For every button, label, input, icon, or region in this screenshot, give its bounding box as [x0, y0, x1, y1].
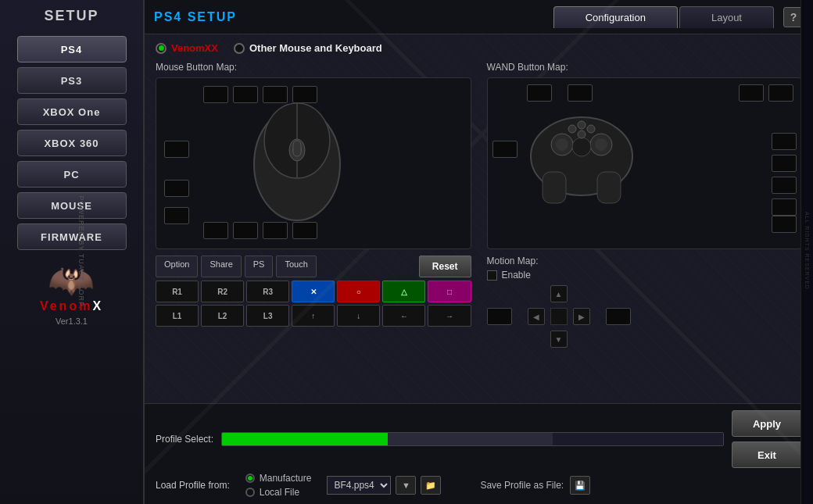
sidebar-btn-ps4[interactable]: PS4 [17, 36, 127, 63]
wand-map-col: WAND Button Map: [487, 62, 803, 395]
radio-venomx-dot [156, 43, 167, 54]
mouse-area [156, 77, 471, 249]
btn-x[interactable]: ✕ [292, 281, 335, 302]
profile-row: Profile Select: Apply Exit Load Profile … [145, 403, 813, 504]
radio-venomx[interactable]: VenomXX [156, 42, 218, 54]
mouse-btn-top1[interactable] [203, 86, 228, 103]
sidebar-btn-xbox-360[interactable]: XBOX 360 [17, 130, 127, 156]
map-columns: Mouse Button Map: [156, 62, 802, 395]
folder-browse-btn[interactable]: 📁 [421, 476, 441, 495]
motion-right-btn[interactable] [606, 308, 631, 325]
radio-venomx-label: VenomXX [171, 42, 218, 54]
profile-bar-right [553, 433, 723, 445]
tab-bar: Configuration Layout [553, 6, 774, 28]
wand-btn-r1[interactable] [772, 133, 797, 150]
mouse-btn-left3[interactable] [164, 207, 189, 224]
manufacture-label: Manufacture [260, 473, 312, 484]
page-title: PS4 SETUP [154, 10, 237, 24]
wand-btn-rt1[interactable] [739, 84, 764, 102]
dpad-right[interactable]: ▶ [573, 308, 590, 325]
dropdown-arrow-btn[interactable]: ▼ [396, 476, 416, 495]
svg-rect-5 [293, 141, 301, 156]
dpad-down[interactable]: ▼ [550, 331, 568, 348]
wand-btn-r4[interactable] [772, 198, 797, 216]
sidebar-logo: 🦇 VenomX Ver1.3.1 [40, 262, 103, 326]
wand-svg [503, 86, 660, 211]
mouse-btn-left2[interactable] [164, 180, 189, 197]
svg-point-11 [556, 138, 568, 151]
wand-area [487, 77, 803, 249]
motion-left-btn[interactable] [487, 308, 512, 325]
save-icon-btn[interactable]: 💾 [570, 476, 590, 495]
btn-up[interactable]: ↑ [292, 305, 335, 327]
btn-triangle[interactable]: △ [382, 281, 425, 302]
motion-enable-row: Enable [487, 270, 803, 281]
radio-local-file[interactable]: Local File [245, 487, 312, 498]
content-area: VenomXX Other Mouse and Keyboard Mouse B… [145, 34, 813, 403]
radio-manufacture-dot [245, 474, 255, 483]
sidebar-btn-xbox-one[interactable]: XBOX One [17, 98, 127, 125]
btn-r2[interactable]: R2 [201, 281, 244, 302]
btn-r3[interactable]: R3 [246, 281, 289, 302]
wand-btn-rt2[interactable] [768, 84, 793, 102]
exit-button[interactable]: Exit [732, 441, 802, 468]
ctrl-tab-ps[interactable]: PS [245, 256, 274, 277]
radio-manufacture[interactable]: Manufacture [245, 473, 312, 484]
dpad-up[interactable]: ▲ [550, 285, 568, 302]
file-dropdown[interactable]: BF4.pps4 [327, 476, 391, 495]
btn-l2[interactable]: L2 [201, 305, 244, 327]
svg-rect-8 [597, 172, 621, 203]
right-edge-label: ALL RIGHTS RESERVED. [804, 212, 810, 292]
dpad-center [550, 308, 568, 325]
sidebar-btn-pc[interactable]: PC [17, 161, 127, 188]
wand-btn-br[interactable] [772, 216, 797, 233]
btn-down[interactable]: ↓ [337, 305, 380, 327]
btn-l1[interactable]: L1 [156, 305, 199, 327]
sidebar-btn-mouse[interactable]: MOUSE [17, 192, 127, 219]
sidebar-btn-firmware[interactable]: FIRMWARE [17, 223, 127, 250]
tab-layout[interactable]: Layout [679, 6, 774, 28]
btn-l3[interactable]: L3 [246, 305, 289, 327]
mouse-map-col: Mouse Button Map: [156, 62, 471, 395]
wand-btn-r2[interactable] [772, 155, 797, 172]
profile-bar-mid [388, 433, 553, 445]
apply-button[interactable]: Apply [732, 410, 802, 437]
version-label: Ver1.3.1 [56, 316, 88, 326]
left-btn-col [164, 141, 189, 158]
mouse-map-title: Mouse Button Map: [156, 62, 471, 73]
sidebar-btn-ps3[interactable]: PS3 [17, 67, 127, 94]
profile-select-row: Profile Select: Apply Exit [156, 410, 802, 468]
ctrl-tab-share[interactable]: Share [201, 256, 241, 277]
btn-r1[interactable]: R1 [156, 281, 199, 302]
save-row: Save Profile as File: 💾 [480, 476, 590, 495]
wand-btn-r3[interactable] [772, 177, 797, 194]
reset-button[interactable]: Reset [419, 256, 471, 277]
motion-dpad-area: ▲ ◀ ▶ ▼ [487, 285, 803, 348]
btn-left[interactable]: ← [382, 305, 425, 327]
ctrl-tab-touch[interactable]: Touch [276, 256, 316, 277]
profile-select-label: Profile Select: [156, 434, 213, 445]
enable-label: Enable [502, 270, 531, 281]
ctrl-tabs-row: Option Share PS Touch Reset [156, 256, 471, 277]
radio-other-label: Other Mouse and Keyboard [249, 42, 382, 54]
wand-right-col [772, 133, 797, 216]
radio-other[interactable]: Other Mouse and Keyboard [234, 42, 382, 54]
right-edge: ALL RIGHTS RESERVED. [800, 0, 813, 504]
svg-point-14 [568, 125, 576, 133]
btn-o[interactable]: ○ [337, 281, 380, 302]
enable-checkbox[interactable] [487, 270, 497, 281]
dpad-left[interactable]: ◀ [528, 308, 545, 325]
svg-point-17 [578, 130, 586, 138]
ctrl-tab-option[interactable]: Option [156, 256, 198, 277]
action-grid-row1: R1 R2 R3 ✕ ○ △ □ [156, 281, 471, 302]
btn-right[interactable]: → [428, 305, 471, 327]
radio-local-file-dot [245, 488, 255, 497]
profile-bar[interactable] [221, 432, 724, 446]
left-btn-col3 [164, 207, 189, 224]
mouse-btn-left1[interactable] [164, 141, 189, 158]
btn-square[interactable]: □ [428, 281, 471, 302]
tab-configuration[interactable]: Configuration [553, 6, 678, 28]
local-file-label: Local File [260, 487, 299, 498]
logo-text: VenomX [40, 299, 103, 313]
mouse-btn-bot1[interactable] [203, 222, 228, 239]
